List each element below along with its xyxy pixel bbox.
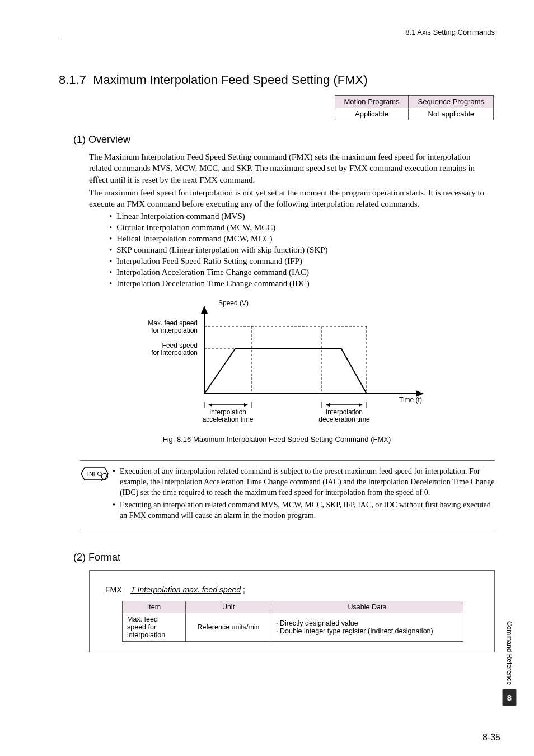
format-box: FMX T Interpolation max. feed speed ; It…: [89, 570, 495, 652]
axis-y-label: Speed (V): [218, 299, 249, 307]
figure-speed-time: Speed (V) Time (t) Max. feed speed for i…: [59, 298, 495, 444]
info-item: Execution of any interpolation related c…: [113, 466, 495, 498]
figure-caption: Fig. 8.16 Maximum Interpolation Feed Spe…: [59, 435, 495, 444]
cmd-name: FMX: [105, 585, 122, 594]
acc-label-1: Interpolation: [209, 408, 246, 416]
svg-text:INFO: INFO: [87, 470, 102, 477]
overview-para-2: The maximum feed speed for interpolation…: [89, 187, 494, 210]
applicability-table: Motion Programs Sequence Programs Applic…: [335, 95, 494, 120]
overview-bullet-list: Linear Interpolation command (MVS) Circu…: [109, 212, 495, 288]
bullet-item: Helical Interpolation command (MCW, MCC): [109, 234, 495, 244]
appl-header-sequence: Sequence Programs: [409, 96, 494, 108]
section-number: 8.1.7: [59, 73, 86, 87]
overview-para-1: The Maximum Interpolation Feed Speed Set…: [89, 151, 494, 185]
side-tab: Command Reference 8: [503, 621, 516, 706]
axis-x-label: Time (t): [399, 396, 422, 404]
fmt-header-item: Item: [123, 601, 186, 613]
info-icon: INFO: [80, 466, 113, 484]
dec-label-1: Interpolation: [325, 408, 362, 416]
format-heading: (2) Format: [73, 552, 495, 563]
cmd-semicolon: ;: [243, 585, 245, 594]
section-heading: 8.1.7 Maximum Interpolation Feed Speed S…: [59, 73, 495, 87]
acc-label-2: acceleration time: [202, 416, 253, 423]
max-speed-label-1: Max. feed speed: [148, 319, 198, 327]
bullet-item: Interpolation Acceleration Time Change c…: [109, 268, 495, 277]
info-block: INFO Execution of any interpolation rela…: [80, 460, 495, 529]
breadcrumb: 8.1 Axis Setting Commands: [405, 28, 495, 36]
syntax-line: FMX T Interpolation max. feed speed ;: [105, 585, 479, 594]
side-tab-label: Command Reference: [505, 621, 513, 685]
info-list: Execution of any interpolation related c…: [113, 466, 495, 522]
chapter-badge: 8: [503, 689, 516, 706]
bullet-item: Circular Interpolation command (MCW, MCC…: [109, 223, 495, 232]
appl-cell-motion: Applicable: [335, 108, 409, 120]
bullet-item: Linear Interpolation command (MVS): [109, 212, 495, 221]
dec-label-2: deceleration time: [318, 416, 370, 423]
fmt-header-unit: Unit: [186, 601, 271, 613]
feed-speed-label-2: for interpolation: [151, 349, 198, 357]
fmt-header-data: Usable Data: [271, 601, 463, 613]
page-number: 8-35: [483, 732, 500, 743]
header-rule: [59, 39, 495, 39]
max-speed-label-2: for interpolation: [151, 326, 198, 334]
bullet-item: Interpolation Deceleration Time Change c…: [109, 279, 495, 288]
overview-body: The Maximum Interpolation Feed Speed Set…: [89, 151, 494, 209]
cmd-param: T Interpolation max. feed speed: [130, 585, 241, 594]
speed-chart-svg: Speed (V) Time (t) Max. feed speed for i…: [120, 298, 434, 427]
feed-speed-label-1: Feed speed: [162, 342, 197, 349]
format-table: Item Unit Usable Data Max. feed speed fo…: [122, 601, 463, 642]
bullet-item: SKP command (Linear interpolation with s…: [109, 245, 495, 255]
bullet-item: Interpolation Feed Speed Ratio Setting c…: [109, 256, 495, 266]
overview-heading: (1) Overview: [73, 134, 495, 146]
fmt-cell-unit: Reference units/min: [186, 613, 271, 641]
fmt-cell-item: Max. feed speed for interpolation: [123, 613, 186, 641]
fmt-cell-data: · Directly designated value · Double int…: [271, 613, 463, 641]
appl-cell-sequence: Not applicable: [409, 108, 494, 120]
section-title: Maximum Interpolation Feed Speed Setting…: [93, 73, 367, 87]
page-header: 8.1 Axis Setting Commands: [59, 28, 495, 36]
appl-header-motion: Motion Programs: [335, 96, 409, 108]
info-item: Executing an interpolation related comma…: [113, 500, 495, 521]
